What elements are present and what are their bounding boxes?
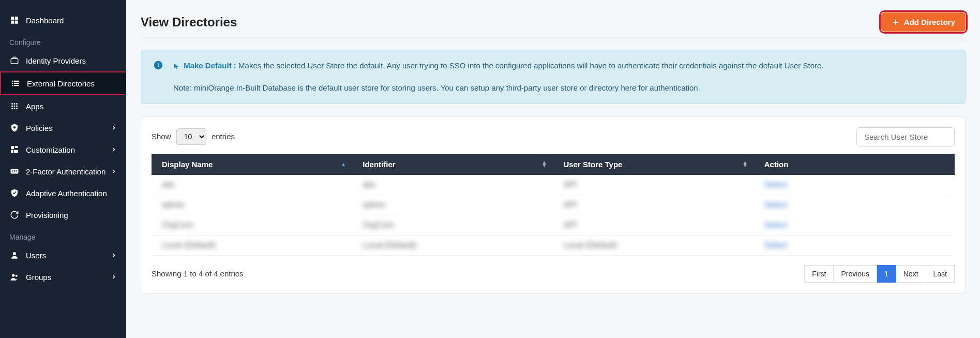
svg-point-29 [16, 275, 18, 277]
svg-rect-21 [11, 146, 14, 149]
sidebar-item-identity-providers[interactable]: Identity Providers [0, 50, 126, 71]
cell-display-name: admin [152, 195, 352, 215]
svg-rect-3 [15, 21, 18, 24]
sidebar-item-apps[interactable]: Apps [0, 95, 126, 117]
cell-identifier: OrgCom [352, 215, 553, 235]
svg-rect-5 [12, 81, 13, 82]
page-last[interactable]: Last [926, 265, 955, 283]
svg-point-17 [11, 108, 13, 109]
chevron-right-icon [111, 252, 117, 258]
cell-action[interactable]: Select [754, 235, 955, 255]
page-title: View Directories [141, 15, 237, 30]
sidebar-item-provisioning[interactable]: Provisioning [0, 204, 126, 226]
info-body-text: Makes the selected User Store the defaul… [238, 61, 823, 70]
svg-point-12 [14, 103, 16, 105]
sort-icon: ▲▼ [542, 161, 547, 167]
main-content: View Directories Add Directory i Make De… [126, 0, 980, 338]
chevron-right-icon [111, 125, 117, 131]
divider [141, 40, 966, 40]
sidebar-item-customization[interactable]: Customization [0, 139, 126, 160]
chevron-right-icon [111, 146, 117, 153]
page-first[interactable]: First [804, 265, 834, 283]
sidebar-item-policies[interactable]: Policies [0, 117, 126, 139]
sidebar-item-label: Dashboard [26, 16, 64, 25]
svg-rect-2 [11, 21, 14, 24]
sidebar-item-label: 2-Factor Authentication [26, 167, 105, 176]
show-label-post: entries [212, 132, 235, 141]
cell-action[interactable]: Select [754, 175, 955, 195]
cell-display-name: Local (Default) [152, 235, 352, 255]
cell-type: API [553, 175, 754, 195]
table-footer-info: Showing 1 to 4 of 4 entries [152, 269, 244, 278]
svg-point-19 [16, 108, 18, 109]
table-controls: Show 10 entries [152, 127, 955, 146]
user-icon [9, 250, 20, 260]
table-row: Local (Default)Local (Default)Local (Def… [152, 235, 955, 255]
sidebar: Dashboard Configure Identity ProvidersEx… [0, 0, 126, 338]
sidebar-item-users[interactable]: Users [0, 244, 126, 266]
cell-action[interactable]: Select [754, 195, 955, 215]
page-size-select[interactable]: 10 [176, 128, 206, 145]
search-input[interactable] [856, 127, 955, 146]
svg-rect-8 [14, 83, 19, 84]
svg-rect-7 [12, 83, 13, 84]
sync-icon [9, 210, 20, 220]
page-next[interactable]: Next [896, 265, 926, 283]
chevron-right-icon [111, 274, 117, 280]
sidebar-item-groups[interactable]: Groups [0, 266, 126, 288]
page-prev[interactable]: Previous [834, 265, 877, 283]
sidebar-item-2-factor-authentication[interactable]: 1232-Factor Authentication [0, 160, 126, 182]
show-label-pre: Show [152, 132, 171, 141]
svg-point-14 [11, 106, 13, 107]
table-row: adminadminAPISelect [152, 195, 955, 215]
dashboard-icon [9, 15, 20, 25]
sidebar-item-dashboard[interactable]: Dashboard [0, 9, 126, 31]
chevron-right-icon [111, 168, 117, 174]
cell-type: Local (Default) [553, 235, 754, 255]
svg-point-16 [16, 106, 18, 107]
sidebar-item-label: Apps [26, 102, 43, 111]
briefcase-icon [9, 55, 20, 66]
table-row: abcabcAPISelect [152, 175, 955, 195]
cell-identifier: abc [352, 175, 553, 195]
cell-display-name: abc [152, 175, 352, 195]
sidebar-item-label: External Directories [27, 79, 95, 88]
sidebar-item-label: Customization [26, 145, 75, 154]
plus-icon [892, 18, 900, 26]
shield-check-icon [9, 188, 20, 198]
page-header: View Directories Add Directory [141, 12, 966, 32]
sidebar-item-label: Adaptive Authentication [26, 189, 107, 198]
col-identifier[interactable]: Identifier ▲▼ [352, 154, 553, 175]
page-1[interactable]: 1 [877, 265, 896, 283]
svg-rect-4 [11, 58, 18, 64]
cell-display-name: OrgCom [152, 215, 352, 235]
svg-rect-9 [12, 85, 13, 86]
cell-action[interactable]: Select [754, 215, 955, 235]
svg-rect-6 [14, 81, 19, 82]
add-directory-button[interactable]: Add Directory [881, 12, 966, 32]
sliders-icon [9, 144, 20, 155]
numeric-icon: 123 [9, 166, 20, 177]
cursor-icon [173, 63, 179, 70]
svg-point-18 [14, 108, 16, 109]
sidebar-item-external-directories[interactable]: External Directories [0, 71, 126, 95]
col-display-name[interactable]: Display Name ▲ [152, 154, 352, 175]
table-footer: Showing 1 to 4 of 4 entries First Previo… [152, 265, 955, 283]
sidebar-item-label: Users [26, 251, 46, 260]
cell-type: API [553, 215, 754, 235]
sidebar-section-configure: Configure [0, 31, 126, 50]
cell-identifier: admin [352, 195, 553, 215]
sidebar-item-adaptive-authentication[interactable]: Adaptive Authentication [0, 182, 126, 204]
sort-icon: ▲▼ [743, 161, 748, 167]
col-user-store-type[interactable]: User Store Type ▲▼ [553, 154, 754, 175]
svg-rect-0 [11, 17, 14, 20]
list-icon [10, 78, 21, 89]
svg-rect-10 [14, 85, 19, 86]
svg-point-13 [16, 103, 18, 105]
grid-icon [9, 101, 20, 111]
entries-selector: Show 10 entries [152, 128, 235, 145]
svg-point-28 [12, 274, 14, 276]
svg-point-15 [14, 106, 16, 107]
svg-rect-24 [14, 150, 18, 153]
sort-asc-icon: ▲ [341, 161, 346, 167]
